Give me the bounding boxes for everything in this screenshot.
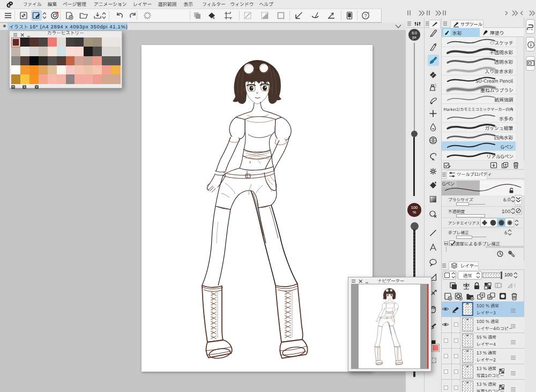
svg-text:?: ? xyxy=(364,13,367,18)
